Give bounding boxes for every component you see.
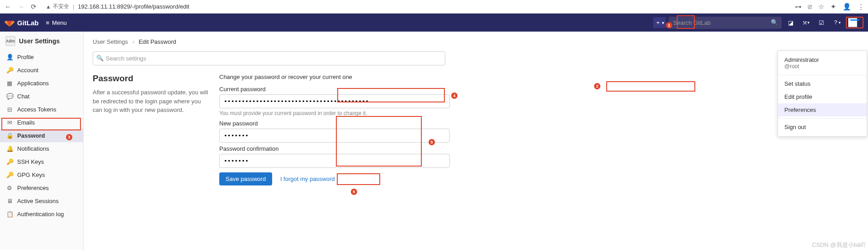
- dropdown-sign-out[interactable]: Sign out: [778, 120, 867, 134]
- sidebar-item-account[interactable]: 🔑Account: [0, 64, 83, 77]
- kebab-icon[interactable]: ⋮: [858, 3, 864, 11]
- sidebar-item-active-sessions[interactable]: 🖥Active Sessions: [0, 194, 83, 208]
- form-description: Password After a successful password upd…: [93, 74, 210, 185]
- current-password-label: Current password: [219, 86, 450, 93]
- sidebar-title: User Settings: [19, 37, 60, 45]
- dropdown-set-status[interactable]: Set status: [778, 77, 867, 90]
- menu-toggle[interactable]: ≡ Menu: [43, 18, 70, 28]
- breadcrumb: User Settings › Edit Password: [93, 38, 859, 45]
- todos-icon[interactable]: ☑: [815, 16, 828, 29]
- apps-icon: ▦: [6, 80, 13, 87]
- current-password-input[interactable]: [219, 94, 450, 108]
- browser-actions: ⊶ ⎚ ☆ ✦ 👤 ⋮: [795, 3, 864, 11]
- gitlab-navbar: GitLab ≡ Menu ＋ ▾ 🔍 ◪ ⤱ ▾ ☑ ？▾ ▾: [0, 14, 868, 32]
- annot-num-6: 6: [351, 189, 357, 195]
- lock-icon: 🔒: [6, 132, 13, 139]
- issues-icon[interactable]: ◪: [784, 16, 797, 29]
- sessions-icon: 🖥: [6, 198, 13, 204]
- star-icon[interactable]: ☆: [818, 3, 824, 11]
- search-icon: 🔍: [771, 19, 778, 26]
- breadcrumb-root[interactable]: User Settings: [93, 38, 128, 45]
- dropdown-edit-profile[interactable]: Edit profile: [778, 90, 867, 103]
- merge-requests-icon[interactable]: ⤱ ▾: [800, 16, 812, 29]
- gitlab-logo[interactable]: GitLab: [5, 18, 39, 28]
- sidebar-item-ssh-keys[interactable]: 🔑SSH Keys: [0, 155, 83, 168]
- annot-num-1: 1: [666, 22, 672, 28]
- bell-icon: 🔔: [6, 145, 13, 152]
- email-icon: ✉: [6, 119, 13, 126]
- sliders-icon: ⚙: [6, 185, 13, 191]
- dropdown-preferences[interactable]: Preferences: [778, 103, 867, 116]
- tanuki-icon: [5, 18, 14, 28]
- global-search-input[interactable]: [669, 17, 782, 29]
- save-password-button[interactable]: Save password: [219, 172, 272, 185]
- help-icon[interactable]: ？▾: [830, 16, 843, 29]
- url-text: 192.168.11.11:8929/-/profile/password/ed…: [78, 3, 189, 10]
- key-icon: 🔑: [6, 158, 13, 165]
- key-icon: 🔑: [6, 171, 13, 178]
- annot-num-4: 4: [451, 93, 458, 99]
- user-dropdown: Administrator @root Set status Edit prof…: [778, 51, 867, 137]
- sidebar-header[interactable]: Adm User Settings: [0, 32, 83, 51]
- sidebar-item-chat[interactable]: 💬Chat: [0, 90, 83, 103]
- global-search[interactable]: 🔍: [669, 17, 782, 29]
- annot-num-3: 3: [66, 134, 72, 140]
- sidebar-item-access-tokens[interactable]: ⊟Access Tokens: [0, 103, 83, 116]
- extensions-icon[interactable]: ✦: [830, 3, 836, 11]
- sidebar-item-gpg-keys[interactable]: 🔑GPG Keys: [0, 168, 83, 181]
- new-password-input[interactable]: [219, 129, 450, 143]
- user-avatar-icon: [848, 18, 857, 27]
- insecure-badge: ▲ 不安全: [46, 3, 69, 10]
- back-button[interactable]: ←: [4, 3, 12, 10]
- sidebar-avatar: Adm: [5, 36, 15, 46]
- hamburger-icon: ≡: [46, 19, 50, 26]
- watermark: CSDN @我是小bā吖: [812, 241, 866, 249]
- search-icon: 🔍: [96, 55, 104, 61]
- chevron-down-icon: ▾: [859, 20, 861, 25]
- chevron-down-icon: ▾: [662, 20, 664, 25]
- forgot-password-link[interactable]: I forgot my password: [280, 176, 335, 182]
- sidebar: Adm User Settings 👤Profile 🔑Account ▦App…: [0, 32, 84, 250]
- breadcrumb-current: Edit Password: [139, 38, 176, 45]
- translate-icon[interactable]: ⎚: [808, 3, 812, 10]
- reload-button[interactable]: ⟳: [30, 3, 38, 11]
- confirm-password-input[interactable]: [219, 154, 450, 168]
- token-icon: ⊟: [6, 106, 13, 113]
- search-settings-input[interactable]: [93, 51, 445, 65]
- current-password-help: You must provide your current password i…: [219, 110, 450, 116]
- new-dropdown[interactable]: ＋ ▾: [653, 17, 666, 28]
- confirm-password-label: Password confirmation: [219, 145, 450, 152]
- account-icon: 🔑: [6, 67, 13, 74]
- profile-icon: 👤: [6, 54, 13, 60]
- browser-toolbar: ← → ⟳ ▲ 不安全 | 192.168.11.11:8929/-/profi…: [0, 0, 868, 14]
- profile-icon[interactable]: 👤: [843, 3, 851, 11]
- sidebar-item-preferences[interactable]: ⚙Preferences: [0, 181, 83, 194]
- sidebar-item-notifications[interactable]: 🔔Notifications: [0, 142, 83, 155]
- content: User Settings › Edit Password 🔍 Password…: [84, 32, 868, 250]
- chat-icon: 💬: [6, 93, 13, 100]
- user-menu-toggle[interactable]: ▾: [846, 17, 863, 28]
- sidebar-item-emails[interactable]: ✉Emails: [0, 116, 83, 129]
- form-hint: Change your password or recover your cur…: [219, 74, 450, 80]
- annot-num-2: 2: [594, 83, 600, 89]
- sidebar-item-auth-log[interactable]: 📋Authentication log: [0, 208, 83, 221]
- new-password-label: New password: [219, 120, 450, 127]
- annot-num-5: 5: [429, 139, 435, 145]
- dropdown-header: Administrator @root: [778, 54, 867, 73]
- plus-icon: ＋: [655, 19, 661, 27]
- sidebar-item-profile[interactable]: 👤Profile: [0, 51, 83, 64]
- key-icon[interactable]: ⊶: [795, 3, 802, 11]
- page-title: Password: [93, 74, 210, 83]
- password-form: Change your password or recover your cur…: [219, 74, 450, 185]
- sidebar-item-applications[interactable]: ▦Applications: [0, 77, 83, 90]
- log-icon: 📋: [6, 211, 13, 218]
- forward-button[interactable]: →: [17, 3, 25, 10]
- address-bar[interactable]: ▲ 不安全 | 192.168.11.11:8929/-/profile/pas…: [42, 1, 193, 12]
